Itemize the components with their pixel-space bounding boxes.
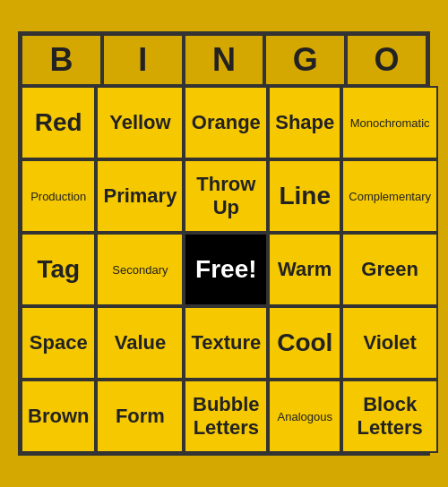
header-letter-I: I	[102, 34, 184, 86]
bingo-card: BINGO RedYellowOrangeShapeMonochromaticP…	[18, 31, 430, 456]
cell-r4-c2[interactable]: Bubble Letters	[184, 380, 268, 453]
cell-r0-c2[interactable]: Orange	[184, 86, 268, 159]
cell-r2-c4[interactable]: Green	[341, 233, 438, 306]
cell-r2-c0[interactable]: Tag	[21, 233, 96, 306]
header-letter-B: B	[21, 34, 102, 86]
cell-r0-c1[interactable]: Yellow	[96, 86, 184, 159]
cell-r1-c1[interactable]: Primary	[96, 159, 184, 233]
cell-r2-c2[interactable]: Free!	[184, 233, 268, 306]
cell-r1-c0[interactable]: Production	[21, 159, 96, 233]
cell-r0-c4[interactable]: Monochromatic	[341, 86, 438, 159]
cell-r2-c1[interactable]: Secondary	[96, 233, 184, 306]
bingo-header: BINGO	[21, 34, 427, 86]
cell-r3-c0[interactable]: Space	[21, 306, 96, 380]
cell-r0-c0[interactable]: Red	[21, 86, 96, 159]
cell-r3-c3[interactable]: Cool	[268, 306, 341, 380]
cell-r4-c1[interactable]: Form	[96, 380, 184, 453]
bingo-grid: RedYellowOrangeShapeMonochromaticProduct…	[21, 86, 427, 453]
cell-r3-c2[interactable]: Texture	[184, 306, 268, 380]
cell-r0-c3[interactable]: Shape	[268, 86, 341, 159]
header-letter-O: O	[346, 34, 427, 86]
cell-r4-c3[interactable]: Analogous	[268, 380, 341, 453]
cell-r3-c4[interactable]: Violet	[341, 306, 438, 380]
cell-r1-c3[interactable]: Line	[268, 159, 341, 233]
cell-r4-c0[interactable]: Brown	[21, 380, 96, 453]
cell-r1-c2[interactable]: Throw Up	[184, 159, 268, 233]
header-letter-G: G	[264, 34, 346, 86]
header-letter-N: N	[184, 34, 265, 86]
cell-r2-c3[interactable]: Warm	[268, 233, 341, 306]
cell-r1-c4[interactable]: Complementary	[341, 159, 438, 233]
cell-r4-c4[interactable]: Block Letters	[341, 380, 438, 453]
cell-r3-c1[interactable]: Value	[96, 306, 184, 380]
